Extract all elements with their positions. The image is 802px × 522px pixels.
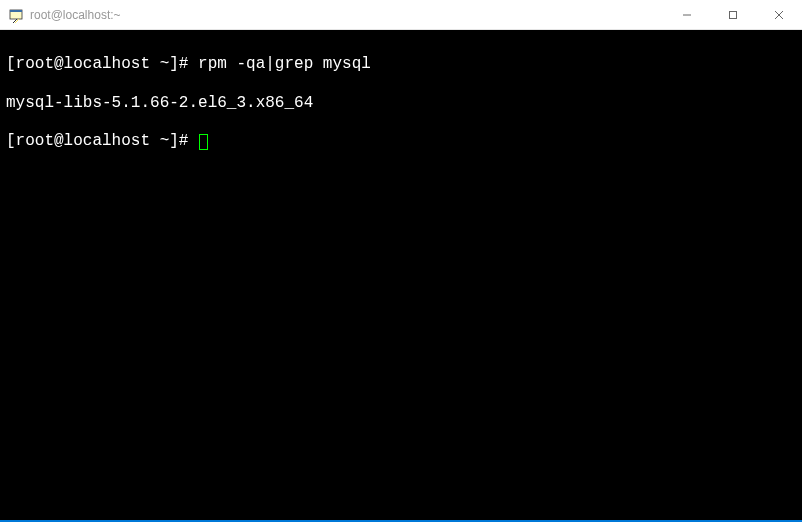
command-text: rpm -qa|grep mysql <box>198 55 371 73</box>
close-button[interactable] <box>756 0 802 30</box>
terminal-line: [root@localhost ~]# <box>6 132 796 151</box>
minimize-button[interactable] <box>664 0 710 30</box>
app-icon <box>8 7 24 23</box>
prompt: [root@localhost ~]# <box>6 55 198 73</box>
svg-rect-1 <box>10 10 22 12</box>
maximize-button[interactable] <box>710 0 756 30</box>
terminal-output: mysql-libs-5.1.66-2.el6_3.x86_64 <box>6 94 796 113</box>
svg-rect-5 <box>730 11 737 18</box>
terminal-area[interactable]: [root@localhost ~]# rpm -qa|grep mysql m… <box>0 30 802 520</box>
cursor <box>199 134 208 150</box>
window-titlebar: root@localhost:~ <box>0 0 802 30</box>
window-controls <box>664 0 802 30</box>
window-title: root@localhost:~ <box>30 8 664 22</box>
terminal-line: [root@localhost ~]# rpm -qa|grep mysql <box>6 55 796 74</box>
prompt: [root@localhost ~]# <box>6 132 198 150</box>
